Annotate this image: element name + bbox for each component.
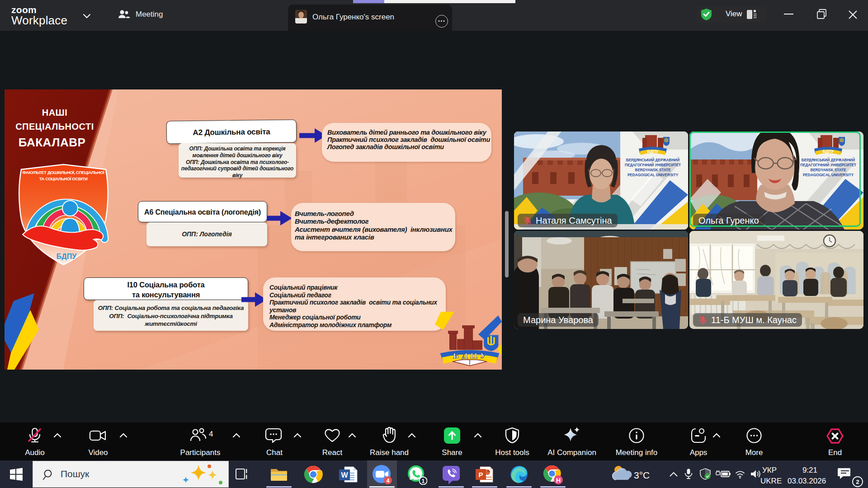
svg-text:2: 2: [856, 479, 859, 485]
svg-text:БЕРДЯНСЬКИЙ ДЕРЖАВНИЙ: БЕРДЯНСЬКИЙ ДЕРЖАВНИЙ: [626, 157, 679, 162]
svg-text:Б Д П У: Б Д П У: [453, 352, 486, 360]
svg-text:1: 1: [422, 478, 425, 484]
svg-text:H: H: [556, 477, 561, 484]
svg-text:PEDAGOGICAL UNIVERSITY: PEDAGOGICAL UNIVERSITY: [627, 173, 679, 177]
svg-text:ТА СОЦІАЛЬНОЇ ОСВІТИ: ТА СОЦІАЛЬНОЇ ОСВІТИ: [39, 176, 88, 181]
svg-text:4: 4: [209, 430, 213, 438]
svg-text:БДПУ: БДПУ: [57, 253, 77, 260]
svg-text:W: W: [341, 471, 348, 479]
svg-text:ПЕДАГОГІЧНИЙ УНІВЕРСИТЕТ: ПЕДАГОГІЧНИЙ УНІВЕРСИТЕТ: [625, 162, 681, 167]
svg-text:БДПУ: БДПУ: [647, 149, 659, 154]
svg-text:ФАКУЛЬТЕТ ДОШКІЛЬНОЇ, СПЕЦІАЛЬ: ФАКУЛЬТЕТ ДОШКІЛЬНОЇ, СПЕЦІАЛЬНОЇ: [23, 170, 105, 175]
svg-text:P: P: [478, 471, 483, 479]
svg-text:BERDYANSK STATE: BERDYANSK STATE: [635, 168, 671, 172]
